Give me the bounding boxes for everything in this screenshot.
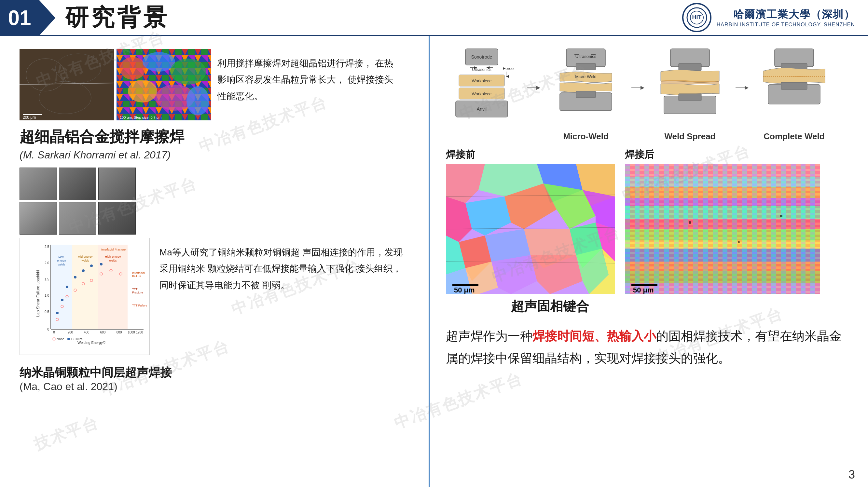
caption-cu-nps: Ma等人研究了铜纳米颗粒对铜铜超 声固相连接的作用，发现采用铜纳米 颗粒烧结可在… xyxy=(159,238,409,293)
svg-point-21 xyxy=(186,86,209,116)
caption-fsw: 利用搅拌摩擦焊对超细晶铝进行焊接， 在热影响区容易发生晶粒异常长大， 使焊接接头… xyxy=(217,49,400,120)
svg-rect-148 xyxy=(625,187,820,198)
svg-text:400: 400 xyxy=(84,330,90,334)
grid-img-c xyxy=(98,167,136,200)
svg-text:1.0: 1.0 xyxy=(44,294,49,297)
conclusion-prefix: 超声焊作为一种 xyxy=(446,329,532,343)
top-images: 200 μm xyxy=(20,49,211,120)
svg-point-61 xyxy=(66,286,68,288)
stage-2: Ultrasonics Micro-Weld Micro-Weld xyxy=(550,45,622,141)
middle-section xyxy=(20,167,409,234)
top-section: 200 μm xyxy=(20,49,409,120)
main-content: 200 μm xyxy=(0,36,868,487)
svg-text:1000 1200: 1000 1200 xyxy=(128,330,143,334)
svg-text:2.0: 2.0 xyxy=(44,261,49,265)
svg-point-17 xyxy=(143,52,175,72)
svg-rect-155 xyxy=(625,262,820,271)
slide-number: 01 xyxy=(0,0,39,36)
svg-rect-102 xyxy=(679,63,701,71)
left-panel: 200 μm xyxy=(0,36,430,487)
svg-rect-92 xyxy=(576,63,596,70)
svg-point-73 xyxy=(67,338,70,340)
svg-text:welds: welds xyxy=(81,259,89,262)
bottom-subtitle: (Ma, Cao et al. 2021) xyxy=(20,381,409,393)
svg-text:Anvil: Anvil xyxy=(477,106,487,111)
svg-point-59 xyxy=(56,312,59,314)
logo-text: 哈爾濱工業大學（深圳） HARBIN INSTITUTE OF TECHNOLO… xyxy=(717,7,855,28)
svg-marker-100 xyxy=(641,86,644,90)
svg-text:Micro-Weld: Micro-Weld xyxy=(575,74,596,79)
micro-image-1: 200 μm xyxy=(20,49,114,120)
svg-text:welds: welds xyxy=(109,259,117,262)
svg-marker-106 xyxy=(745,86,749,90)
stage-4: Complete Weld xyxy=(758,45,830,141)
svg-text:welds: welds xyxy=(57,263,65,266)
svg-text:Workpiece: Workpiece xyxy=(472,78,491,83)
svg-text:200: 200 xyxy=(68,330,73,334)
svg-text:0.5: 0.5 xyxy=(44,310,49,314)
section1-title: 超细晶铝合金搅拌摩擦焊 xyxy=(20,127,409,147)
after-micro-image: 50 μm xyxy=(625,164,820,294)
chart-section: Lap Shear Failure Load/kN Welding Energy… xyxy=(20,238,409,355)
before-micro-image: 50 μm xyxy=(446,164,615,294)
svg-text:None: None xyxy=(57,337,64,341)
svg-rect-104 xyxy=(679,94,701,101)
svg-text:Lap Shear Failure Load/kN: Lap Shear Failure Load/kN xyxy=(36,270,40,317)
arrow-2 xyxy=(631,82,644,94)
before-image-container: 焊接前 xyxy=(446,148,615,294)
header-arrow-decoration xyxy=(39,0,55,36)
stage-3: Weld Spread xyxy=(654,45,726,141)
page-number: 3 xyxy=(848,468,855,482)
svg-text:0: 0 xyxy=(53,330,55,334)
svg-text:Mid-energy: Mid-energy xyxy=(78,255,93,258)
svg-text:Ultrasonics: Ultrasonics xyxy=(472,67,491,72)
before-label: 焊接前 xyxy=(446,148,615,161)
svg-text:50 μm: 50 μm xyxy=(454,286,475,294)
svg-text:1.5: 1.5 xyxy=(44,278,49,281)
svg-rect-147 xyxy=(625,177,820,187)
svg-text:Low-: Low- xyxy=(58,255,65,258)
stage-1: Sonotrode Ultrasonics xyxy=(446,45,518,130)
stage-1-svg: Sonotrode Ultrasonics xyxy=(446,45,518,130)
svg-point-160 xyxy=(780,215,782,217)
stage-2-label: Micro-Weld xyxy=(563,131,609,141)
svg-rect-153 xyxy=(625,240,820,249)
svg-point-62 xyxy=(74,276,76,279)
bottom-caption-section: 纳米晶铜颗粒中间层超声焊接 (Ma, Cao et al. 2021) xyxy=(20,365,409,393)
stage-3-label: Weld Spread xyxy=(664,131,715,141)
micro-images-section: 焊接前 xyxy=(446,148,852,294)
arrow-1 xyxy=(527,82,540,94)
svg-point-18 xyxy=(170,59,206,85)
logo-icon: HIT xyxy=(682,3,711,32)
svg-text:200 μm: 200 μm xyxy=(23,115,36,120)
svg-marker-90 xyxy=(536,86,540,90)
svg-rect-98 xyxy=(576,91,596,98)
stage-2-svg: Ultrasonics Micro-Weld xyxy=(550,45,622,130)
svg-text:0: 0 xyxy=(47,328,49,331)
grid-img-f xyxy=(98,202,136,234)
section-sub-title: 超声固相键合 xyxy=(511,297,852,315)
page-title: 研究背景 xyxy=(65,2,169,33)
svg-text:TTT Failure: TTT Failure xyxy=(132,304,147,307)
right-panel: Sonotrode Ultrasonics xyxy=(430,36,868,487)
svg-rect-151 xyxy=(625,219,820,229)
grid-img-d xyxy=(20,202,57,234)
stage-4-label: Complete Weld xyxy=(764,131,825,141)
grid-img-b xyxy=(59,167,96,200)
svg-text:High-energy: High-energy xyxy=(105,255,121,258)
svg-text:Fracture: Fracture xyxy=(132,291,143,294)
svg-rect-150 xyxy=(625,206,820,219)
svg-text:Force: Force xyxy=(503,66,514,71)
svg-point-19 xyxy=(128,80,157,102)
university-logo: HIT 哈爾濱工業大學（深圳） HARBIN INSTITUTE OF TECH… xyxy=(682,3,855,32)
stage-3-svg xyxy=(654,45,726,130)
image-row: 200 μm xyxy=(20,49,211,120)
svg-text:energy: energy xyxy=(57,259,66,262)
svg-text:800: 800 xyxy=(117,330,122,334)
svg-rect-111 xyxy=(781,82,807,90)
svg-rect-154 xyxy=(625,249,820,262)
svg-text:Interfacial Fracture: Interfacial Fracture xyxy=(101,248,126,251)
grid-img-e xyxy=(59,202,96,234)
svg-point-60 xyxy=(61,299,63,301)
grid-images xyxy=(20,167,136,234)
